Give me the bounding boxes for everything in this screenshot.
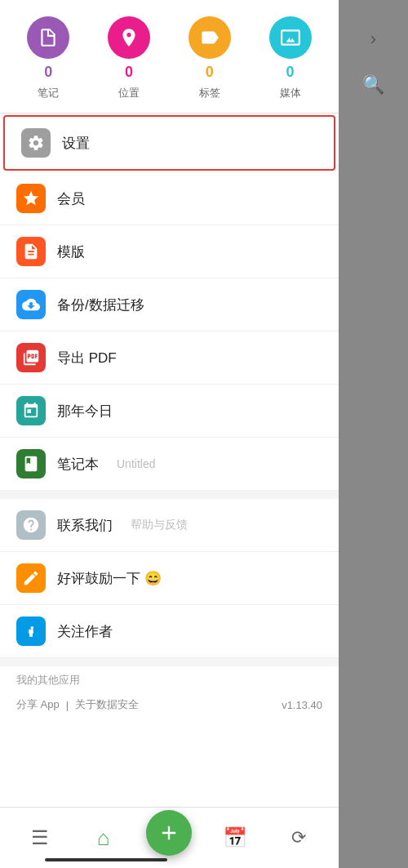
menu-item-review[interactable]: 好评鼓励一下 😄: [0, 552, 339, 605]
notebook-label: 笔记本: [57, 455, 99, 474]
review-label: 好评鼓励一下 😄: [57, 569, 162, 588]
notes-count: 0: [44, 64, 52, 81]
separator: |: [66, 699, 69, 711]
nav-home-button[interactable]: ⌂: [83, 817, 124, 858]
member-label: 会员: [57, 189, 85, 208]
bottom-links: 分享 App | 关于数据安全 v1.13.40: [0, 691, 339, 719]
edit-icon: [22, 569, 40, 587]
template-icon-bg: [16, 237, 46, 266]
menu-list: 设置 ← 会员 模版 备份/数据迁移: [0, 114, 339, 868]
right-sidebar: › 🔍: [339, 0, 408, 868]
location-icon-circle: [108, 16, 150, 59]
menu-item-export-pdf[interactable]: 导出 PDF: [0, 332, 339, 385]
location-count: 0: [125, 64, 133, 81]
search-icon[interactable]: 🔍: [362, 74, 384, 96]
location-label: 位置: [118, 86, 140, 100]
tags-icon-circle: [188, 16, 231, 59]
settings-icon-bg: [21, 128, 51, 158]
member-icon: [22, 189, 40, 207]
notebook-icon: [22, 455, 40, 473]
settings-label: 设置: [62, 134, 90, 153]
menu-item-today[interactable]: 那年今日: [0, 385, 339, 438]
fab-add-button[interactable]: [146, 810, 192, 856]
template-icon: [22, 243, 40, 260]
follow-label: 关注作者: [57, 622, 113, 641]
notebook-icon-bg: [16, 449, 46, 479]
version-text: v1.13.40: [282, 699, 322, 711]
stat-media[interactable]: 0 媒体: [269, 16, 312, 100]
menu-item-backup[interactable]: 备份/数据迁移: [0, 278, 339, 332]
settings-icon: [27, 134, 45, 152]
calendar-nav-icon: 📅: [223, 826, 247, 849]
media-icon: [280, 27, 301, 48]
home-icon: ⌂: [97, 826, 110, 851]
notes-label: 笔记: [38, 86, 59, 100]
export-pdf-label: 导出 PDF: [57, 349, 117, 367]
nav-menu-button[interactable]: ☰: [20, 817, 60, 858]
person-icon: [22, 622, 40, 640]
tags-count: 0: [206, 64, 214, 81]
menu-item-member[interactable]: 会员: [0, 172, 339, 225]
stat-notes[interactable]: 0 笔记: [27, 16, 69, 100]
media-count: 0: [286, 64, 295, 81]
security-link[interactable]: 关于数据安全: [75, 697, 139, 712]
notes-icon: [38, 27, 59, 48]
other-apps-label: 我的其他应用: [0, 666, 339, 691]
calendar-icon: [22, 402, 40, 420]
notes-icon-circle: [27, 16, 69, 59]
backup-label: 备份/数据迁移: [57, 296, 144, 314]
menu-item-notebook[interactable]: 笔记本 Untitled: [0, 438, 339, 491]
backup-icon: [22, 296, 40, 314]
contact-icon-bg: [16, 510, 46, 540]
chevron-right-icon[interactable]: ›: [370, 29, 376, 50]
export-pdf-icon-bg: [16, 343, 46, 372]
pdf-icon: [22, 349, 40, 367]
bottom-indicator: [45, 858, 167, 861]
notebook-subtext: Untitled: [117, 457, 155, 470]
member-icon-bg: [16, 184, 46, 213]
section-divider-2: [0, 658, 339, 666]
media-label: 媒体: [280, 86, 301, 100]
plus-icon: [157, 821, 180, 844]
menu-item-contact[interactable]: 联系我们 帮助与反馈: [0, 499, 339, 552]
tags-label: 标签: [199, 86, 220, 100]
template-label: 模版: [57, 243, 85, 261]
main-panel: 0 笔记 0 位置 0 标签 0 媒体: [0, 0, 339, 868]
stat-tags[interactable]: 0 标签: [188, 16, 231, 100]
backup-icon-bg: [16, 290, 46, 319]
nav-history-button[interactable]: ⟳: [278, 817, 319, 858]
today-icon-bg: [16, 396, 46, 425]
today-label: 那年今日: [57, 402, 113, 421]
hamburger-icon: ☰: [31, 826, 49, 849]
media-icon-circle: [269, 16, 312, 59]
tag-icon: [199, 27, 220, 48]
section-divider-1: [0, 491, 339, 499]
menu-item-settings[interactable]: 设置 ←: [3, 115, 335, 171]
history-icon: ⟳: [291, 827, 306, 848]
contact-label: 联系我们: [57, 516, 113, 535]
review-icon-bg: [16, 563, 46, 593]
nav-calendar-button[interactable]: 📅: [215, 817, 255, 858]
menu-item-template[interactable]: 模版: [0, 225, 339, 278]
stat-location[interactable]: 0 位置: [108, 16, 150, 100]
share-app-link[interactable]: 分享 App: [16, 697, 60, 712]
help-icon: [22, 516, 40, 534]
stats-row: 0 笔记 0 位置 0 标签 0 媒体: [0, 0, 339, 114]
location-icon: [118, 27, 140, 48]
contact-subtext: 帮助与反馈: [131, 518, 188, 532]
menu-item-follow[interactable]: 关注作者: [0, 605, 339, 658]
follow-icon-bg: [16, 617, 46, 646]
